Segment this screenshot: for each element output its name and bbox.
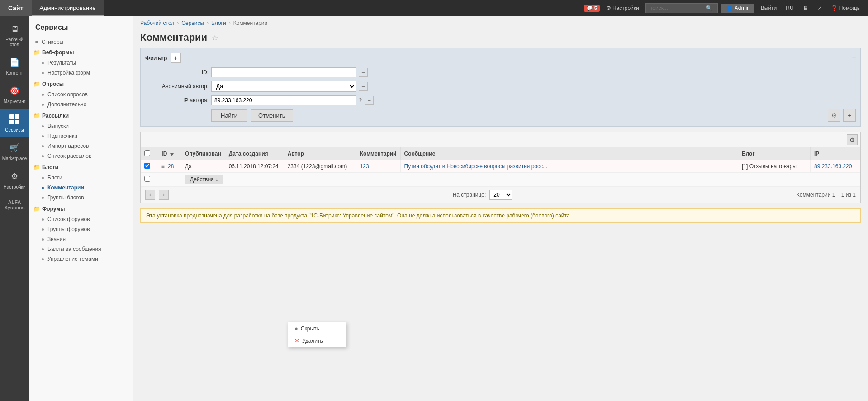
page-header: Комментарии ☆: [133, 30, 868, 48]
table-settings-button[interactable]: ⚙: [847, 134, 858, 145]
nav-group-header-blogs[interactable]: 📁 Блоги: [29, 162, 133, 173]
sidebar-item-comments[interactable]: Комментарии: [38, 183, 133, 193]
nav-group-header-forums[interactable]: 📁 Форумы: [29, 203, 133, 214]
sidebar-item-results[interactable]: Результаты: [38, 58, 133, 68]
select-all-checkbox[interactable]: [144, 150, 150, 156]
filter-select-anon[interactable]: Да Нет: [211, 81, 356, 92]
td-blog: [1] Отзывы на товары: [738, 160, 811, 173]
filter-help-ip[interactable]: ?: [359, 97, 362, 104]
sidebar-item-marketplace[interactable]: 🛒 Marketplace: [0, 137, 29, 165]
prev-page-button[interactable]: ‹: [145, 190, 155, 200]
th-ip[interactable]: IP: [811, 147, 860, 160]
sidebar-item-forum-list[interactable]: Список форумов: [38, 214, 133, 224]
site-tab[interactable]: Сайт: [0, 0, 32, 16]
context-menu-delete[interactable]: ✕ Удалить: [288, 335, 346, 347]
row-checkbox[interactable]: [144, 163, 150, 169]
context-menu-hide[interactable]: ● Скрыть: [288, 322, 346, 335]
lang-btn[interactable]: RU: [783, 4, 796, 12]
sidebar-item-poll-list[interactable]: Список опросов: [38, 90, 133, 99]
sidebar-item-mailing-list[interactable]: Список рассылок: [38, 151, 133, 161]
favorite-star-icon[interactable]: ☆: [212, 33, 218, 42]
sidebar-item-content[interactable]: 📄 Контент: [0, 52, 29, 80]
filter-plus-button[interactable]: +: [843, 109, 856, 122]
filter-row-id: ID: −: [145, 67, 856, 77]
filter-collapse-button[interactable]: −: [852, 54, 856, 61]
share-icon-btn[interactable]: ↗: [815, 4, 825, 12]
sidebar-item-settings[interactable]: ⚙ Настройки: [0, 165, 29, 194]
th-message[interactable]: Сообщение: [400, 147, 738, 160]
logout-btn[interactable]: Выйти: [758, 4, 780, 12]
th-id[interactable]: ID: [154, 147, 181, 160]
sidebar-item-alfa[interactable]: ALFASystems: [0, 194, 29, 216]
help-btn[interactable]: ❓ Помощь: [828, 4, 863, 12]
actions-dropdown-button[interactable]: Действия ↓: [185, 175, 223, 184]
top-navigation: Сайт Администрирование 💬 5 ⚙ Настройки 🔍…: [0, 0, 868, 16]
filter-remove-ip[interactable]: −: [365, 96, 374, 105]
search-input[interactable]: [650, 5, 704, 11]
nav-sidebar: Сервисы Стикеры 📁 Веб-формы Результаты Н…: [29, 16, 133, 401]
filter-cancel-button[interactable]: Отменить: [251, 109, 293, 122]
sidebar-item-issues[interactable]: Выпуски: [38, 121, 133, 131]
comments-table: ID Опубликован Дата создания Автор Комме…: [141, 147, 860, 187]
sidebar-item-forum-groups[interactable]: Группы форумов: [38, 224, 133, 234]
sidebar-item-poll-extra[interactable]: Дополнительно: [38, 99, 133, 109]
user-button[interactable]: 👤 Admin: [721, 4, 754, 13]
filter-settings-button[interactable]: ⚙: [828, 109, 840, 122]
sidebar-item-marketing[interactable]: 🎯 Маркетинг: [0, 80, 29, 109]
admin-tab[interactable]: Администрирование: [32, 0, 104, 16]
bullet-icon: [42, 197, 44, 199]
filter-find-button[interactable]: Найти: [211, 109, 247, 122]
icon-sidebar: 🖥 Рабочий стол 📄 Контент 🎯 Маркетинг Сер…: [0, 16, 29, 401]
mailings-children: Выпуски Подписчики Импорт адресов Список…: [29, 121, 133, 161]
search-box[interactable]: 🔍: [645, 3, 718, 13]
td-ip[interactable]: 89.233.163.220: [811, 160, 860, 173]
sidebar-item-form-settings[interactable]: Настройка форм: [38, 68, 133, 78]
filter-label-anon: Анонимный автор:: [145, 83, 209, 90]
sidebar-item-theme-mgmt[interactable]: Управление темами: [38, 254, 133, 264]
filter-row-anon: Анонимный автор: Да Нет −: [145, 81, 856, 92]
th-date[interactable]: Дата создания: [225, 147, 284, 160]
notifications-badge[interactable]: 💬 5: [584, 5, 600, 12]
search-icon: 🔍: [706, 5, 712, 11]
bullet-icon: [42, 238, 44, 241]
filter-remove-anon[interactable]: −: [359, 82, 368, 91]
filter-input-id[interactable]: [211, 67, 356, 77]
th-comment[interactable]: Комментарий: [356, 147, 400, 160]
th-author[interactable]: Автор: [284, 147, 356, 160]
sidebar-item-ranks[interactable]: Звания: [38, 234, 133, 244]
sidebar-item-points[interactable]: Баллы за сообщения: [38, 244, 133, 254]
breadcrumb-blogs[interactable]: Блоги: [211, 20, 226, 26]
content-icon: 📄: [8, 56, 21, 69]
row-menu-icon[interactable]: ≡: [161, 163, 165, 170]
filter-label-ip: IP автора:: [145, 97, 209, 104]
sidebar-item-blogs-list[interactable]: Блоги: [38, 173, 133, 183]
sidebar-item-blog-groups[interactable]: Группы блогов: [38, 193, 133, 203]
nav-group-header-webforms[interactable]: 📁 Веб-формы: [29, 47, 133, 58]
monitor-icon-btn[interactable]: 🖥: [800, 4, 811, 12]
sidebar-item-services[interactable]: Сервисы: [0, 109, 29, 137]
filter-add-button[interactable]: +: [171, 53, 181, 63]
breadcrumb-desktop[interactable]: Рабочий стол: [140, 20, 174, 26]
td-message[interactable]: Путин обсудит в Новосибирске вопросы раз…: [400, 160, 738, 173]
nav-group-header-mailings[interactable]: 📁 Рассылки: [29, 110, 133, 121]
settings-nav-btn[interactable]: ⚙ Настройки: [603, 4, 642, 12]
actions-row-checkbox[interactable]: [144, 176, 150, 182]
blogs-folder-icon: 📁: [33, 164, 40, 170]
th-published[interactable]: Опубликован: [181, 147, 225, 160]
next-page-button[interactable]: ›: [159, 190, 169, 200]
table-row-actions: Действия ↓: [141, 173, 860, 187]
filter-header: Фильтр + −: [145, 53, 856, 63]
sidebar-item-import-addr[interactable]: Импорт адресов: [38, 141, 133, 151]
sidebar-item-stickers[interactable]: Стикеры: [29, 37, 133, 47]
nav-group-header-polls[interactable]: 📁 Опросы: [29, 79, 133, 90]
row-id-link[interactable]: 28: [168, 163, 174, 170]
sidebar-item-desktop[interactable]: 🖥 Рабочий стол: [0, 18, 29, 52]
td-comment[interactable]: 123: [356, 160, 400, 173]
th-blog[interactable]: Блог: [738, 147, 811, 160]
breadcrumb-services[interactable]: Сервисы: [181, 20, 204, 26]
sidebar-item-subscribers[interactable]: Подписчики: [38, 131, 133, 141]
nav-group-webforms: 📁 Веб-формы Результаты Настройка форм: [29, 47, 133, 78]
per-page-select[interactable]: 20 50 100: [489, 190, 512, 200]
filter-remove-id[interactable]: −: [359, 68, 368, 77]
filter-input-ip[interactable]: [211, 95, 356, 105]
